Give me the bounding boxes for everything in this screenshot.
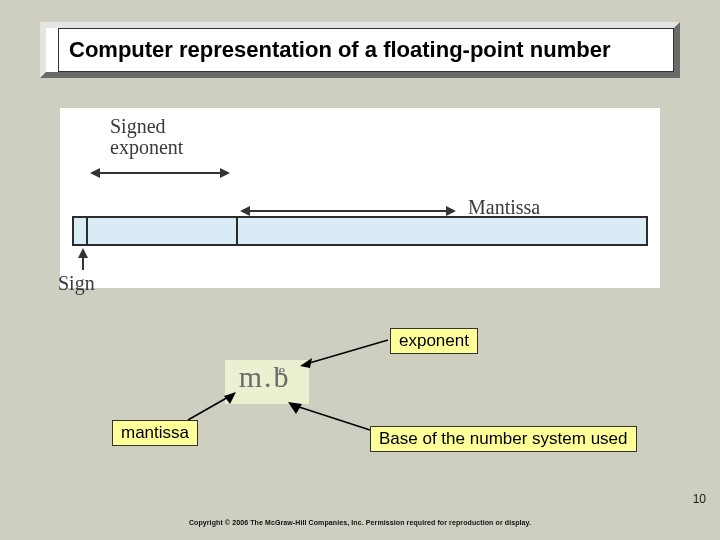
register-exponent-field bbox=[88, 218, 238, 244]
signed-exponent-arrow-icon bbox=[90, 164, 230, 182]
sign-label: Sign bbox=[58, 272, 95, 295]
signed-exponent-label: Signed exponent bbox=[110, 116, 183, 158]
base-arrow-icon bbox=[288, 402, 372, 432]
title-panel: Computer representation of a floating-po… bbox=[40, 22, 680, 78]
svg-line-12 bbox=[296, 406, 370, 430]
mantissa-arrow-icon bbox=[186, 392, 236, 422]
svg-marker-11 bbox=[224, 392, 236, 404]
formula-box: m . b e bbox=[225, 360, 309, 404]
formula-m: m bbox=[239, 360, 262, 394]
mantissa-annotation: mantissa bbox=[112, 420, 198, 446]
register-sign-bit bbox=[74, 218, 88, 244]
svg-marker-2 bbox=[220, 168, 230, 178]
svg-marker-9 bbox=[300, 358, 312, 368]
copyright-text: Copyright © 2006 The McGraw-Hill Compani… bbox=[0, 519, 720, 526]
sign-arrow-icon bbox=[76, 248, 90, 270]
svg-marker-4 bbox=[240, 206, 250, 216]
title-inner: Computer representation of a floating-po… bbox=[58, 28, 674, 72]
formula-dot: . bbox=[264, 360, 272, 394]
svg-line-8 bbox=[306, 340, 388, 364]
svg-marker-5 bbox=[446, 206, 456, 216]
base-annotation: Base of the number system used bbox=[370, 426, 637, 452]
float-layout-figure: Signed exponent Mantissa Sign bbox=[60, 108, 660, 288]
slide-title: Computer representation of a floating-po… bbox=[69, 37, 610, 63]
formula-e: e bbox=[279, 362, 286, 379]
svg-line-10 bbox=[188, 396, 230, 420]
exponent-annotation: exponent bbox=[390, 328, 478, 354]
register-bar bbox=[72, 216, 648, 246]
exponent-arrow-icon bbox=[300, 338, 390, 368]
register-mantissa-field bbox=[238, 218, 646, 244]
svg-marker-1 bbox=[90, 168, 100, 178]
slide-number: 10 bbox=[693, 492, 706, 506]
svg-marker-7 bbox=[78, 248, 88, 258]
